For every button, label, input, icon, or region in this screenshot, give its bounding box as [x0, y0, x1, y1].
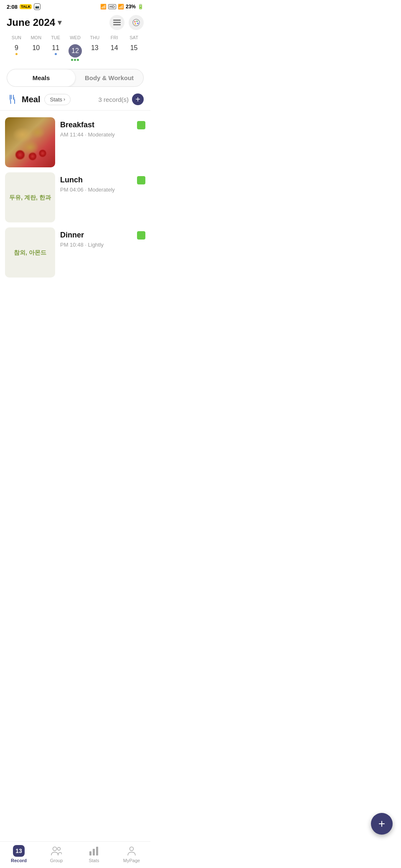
section-title-group: Meal Stats ›: [7, 94, 71, 105]
stats-button[interactable]: Stats ›: [44, 94, 71, 105]
tab-container: Meals Body & Workout: [7, 69, 144, 87]
list-view-button[interactable]: [109, 15, 124, 30]
day-header-sat: SAT: [124, 35, 144, 40]
dinner-label: Dinner: [60, 231, 84, 240]
dot-blue: [55, 53, 57, 55]
breakfast-info: Breakfast AM 11:44 · Moderately: [60, 117, 145, 138]
lunch-thumbnail-text: 두유, 계란, 한과: [6, 190, 54, 205]
dinner-thumbnail: 참외, 아몬드: [5, 227, 55, 278]
meal-card-lunch[interactable]: 두유, 계란, 한과 Lunch PM 04:06 · Moderately: [5, 172, 145, 222]
dinner-thumbnail-text: 참외, 아몬드: [10, 245, 50, 260]
dot-yellow: [15, 53, 18, 55]
day-header-thu: THU: [85, 35, 104, 40]
breakfast-meta: AM 11:44 · Moderately: [60, 131, 145, 138]
dinner-info: Dinner PM 10:48 · Lightly: [60, 227, 145, 248]
status-time: 2:08: [7, 4, 18, 10]
hd-badge: HD: [108, 4, 116, 9]
tab-body-workout[interactable]: Body & Workout: [75, 69, 143, 86]
lunch-meta: PM 04:06 · Moderately: [60, 187, 145, 193]
palette-button[interactable]: [129, 15, 144, 30]
lunch-intensity: Moderately: [88, 187, 115, 193]
dropdown-chevron[interactable]: ▾: [58, 18, 61, 27]
talk-icon: TALK: [20, 4, 32, 9]
battery-level: 23%: [126, 4, 136, 10]
svg-rect-2: [113, 24, 121, 25]
dot-green-2: [74, 59, 76, 61]
svg-point-6: [137, 23, 139, 24]
meal-list: Breakfast AM 11:44 · Moderately 두유, 계란, …: [0, 117, 150, 278]
list-icon: [113, 20, 121, 25]
breakfast-name-row: Breakfast: [60, 121, 145, 129]
day-header-sun: SUN: [7, 35, 26, 40]
lunch-name-row: Lunch: [60, 176, 145, 184]
breakfast-thumbnail: [5, 117, 55, 167]
header-icons: [109, 15, 144, 30]
lunch-thumbnail: 두유, 계란, 한과: [5, 172, 55, 222]
meal-card-dinner[interactable]: 참외, 아몬드 Dinner PM 10:48 · Lightly: [5, 227, 145, 278]
calendar-days: 9 10 11 12 13 14: [7, 43, 144, 62]
lunch-label: Lunch: [60, 176, 83, 184]
records-count: 3 record(s) +: [98, 93, 144, 105]
utensils-icon: [7, 94, 18, 105]
breakfast-label: Breakfast: [60, 121, 94, 129]
svg-rect-0: [113, 20, 121, 21]
calendar-day-headers: SUN MON TUE WED THU FRI SAT: [7, 35, 144, 40]
svg-point-5: [137, 21, 138, 22]
lunch-time: PM 04:06: [60, 187, 84, 193]
calendar-day-12-today[interactable]: 12: [66, 43, 85, 62]
calendar-day-9[interactable]: 9: [7, 43, 26, 62]
signal-icon: 📶: [118, 4, 124, 10]
dinner-intensity: Lightly: [88, 242, 104, 248]
battery-icon: 🔋: [137, 4, 144, 10]
calendar: SUN MON TUE WED THU FRI SAT 9 10 11 12: [0, 35, 150, 67]
status-right: 📶 HD 📶 23% 🔋: [100, 4, 144, 10]
section-title: Meal: [22, 95, 40, 104]
dinner-indicator: [137, 231, 145, 240]
svg-rect-1: [113, 22, 121, 23]
breakfast-intensity: Moderately: [88, 131, 115, 138]
day-header-wed: WED: [66, 35, 85, 40]
meal-card-breakfast[interactable]: Breakfast AM 11:44 · Moderately: [5, 117, 145, 167]
dinner-meta: PM 10:48 · Lightly: [60, 242, 145, 248]
calendar-day-11[interactable]: 11: [46, 43, 66, 62]
dot-green-1: [71, 59, 73, 61]
meal-section-header: Meal Stats › 3 record(s) +: [0, 93, 150, 110]
section-divider: [0, 110, 150, 111]
calendar-day-13[interactable]: 13: [85, 43, 104, 62]
record-count-label: 3 record(s): [98, 96, 129, 103]
day-header-mon: MON: [26, 35, 46, 40]
calendar-day-14[interactable]: 14: [104, 43, 124, 62]
lunch-indicator: [137, 176, 145, 184]
svg-point-3: [133, 19, 140, 26]
chevron-right-icon: ›: [63, 96, 65, 102]
month-year-label: June 2024: [7, 17, 55, 28]
svg-point-7: [135, 23, 136, 25]
calendar-day-10[interactable]: 10: [26, 43, 46, 62]
status-left: 2:08 TALK 📷: [7, 3, 41, 10]
breakfast-time: AM 11:44: [60, 131, 84, 138]
wifi-icon: 📶: [100, 4, 107, 10]
dinner-time: PM 10:48: [60, 242, 84, 248]
instagram-icon: 📷: [34, 3, 41, 10]
header: June 2024 ▾: [0, 12, 150, 35]
day-header-fri: FRI: [104, 35, 124, 40]
add-meal-button[interactable]: +: [132, 93, 144, 105]
svg-point-4: [135, 21, 136, 23]
day-number-9: 9: [15, 44, 18, 52]
dinner-name-row: Dinner: [60, 231, 145, 240]
calendar-day-15[interactable]: 15: [124, 43, 144, 62]
palette-icon: [132, 19, 140, 26]
lunch-info: Lunch PM 04:06 · Moderately: [60, 172, 145, 193]
dot-green-3: [77, 59, 79, 61]
day-header-tue: TUE: [46, 35, 66, 40]
tab-meals[interactable]: Meals: [7, 69, 75, 86]
header-title[interactable]: June 2024 ▾: [7, 17, 61, 28]
status-bar: 2:08 TALK 📷 📶 HD 📶 23% 🔋: [0, 0, 150, 12]
breakfast-indicator: [137, 121, 145, 129]
